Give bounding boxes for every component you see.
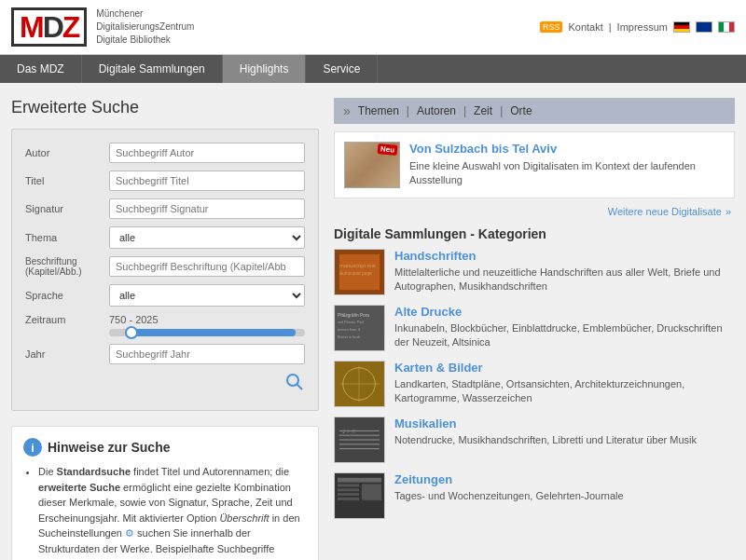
tab-autoren[interactable]: Autoren (417, 104, 456, 117)
zeitungen-title[interactable]: Zeitungen (394, 472, 624, 486)
tab-zeit[interactable]: Zeit (474, 104, 492, 117)
musikalien-desc: Notendrucke, Musikhandschriften, Librett… (394, 433, 697, 447)
svg-text:Bletter in buch: Bletter in buch (338, 335, 360, 339)
category-musikalien: ♩ ♪ ♫ Musikalien Notendrucke, Musikhands… (334, 417, 735, 463)
zeitraum-label: Zeitraum (25, 314, 109, 325)
kontakt-link[interactable]: Kontakt (568, 21, 602, 33)
sprache-row: Sprache alle (25, 284, 305, 307)
karten-bilder-title[interactable]: Karten & Bilder (394, 361, 735, 375)
alte-drucke-thumbnail: Pfälzgräfin Poravnd Fürstin. Parl.annum … (334, 305, 385, 351)
header-right: RSS Kontakt | Impressum (540, 21, 735, 33)
signatur-input[interactable] (109, 198, 305, 219)
right-panel: » Themen | Autoren | Zeit | Orte Neu Von… (334, 98, 735, 560)
rss-icon[interactable]: RSS (540, 21, 563, 33)
titel-input[interactable] (109, 171, 305, 191)
alte-drucke-info: Alte Drucke Inkunabeln, Blockbücher, Ein… (394, 305, 735, 350)
karten-bilder-info: Karten & Bilder Landkarten, Stadtpläne, … (394, 361, 735, 406)
flag-english[interactable] (696, 21, 712, 33)
main-content: Erweiterte Suche Autor Titel Signatur Th… (0, 83, 746, 560)
titel-label: Titel (25, 175, 109, 186)
main-navigation: Das MDZ Digitale Sammlungen Highlights S… (0, 55, 746, 83)
category-handschriften: manuscript textilluminated page Handschr… (334, 249, 735, 295)
svg-text:Pfälzgräfin Pora: Pfälzgräfin Pora (338, 313, 369, 318)
left-panel: Erweiterte Suche Autor Titel Signatur Th… (11, 98, 319, 560)
musikalien-title[interactable]: Musikalien (394, 417, 697, 430)
svg-text:illuminated page: illuminated page (339, 271, 372, 276)
nav-das-mdz[interactable]: Das MDZ (0, 55, 82, 83)
svg-rect-25 (338, 488, 359, 491)
nav-digitale-sammlungen[interactable]: Digitale Sammlungen (82, 55, 223, 83)
svg-text:annum brev. &: annum brev. & (338, 328, 361, 332)
more-arrow-icon: » (725, 206, 731, 217)
tab-themen[interactable]: Themen (358, 104, 399, 117)
zeitraum-row: Zeitraum 750 - 2025 (25, 314, 305, 336)
flag-italian[interactable] (718, 21, 735, 33)
svg-text:♩ ♪ ♫: ♩ ♪ ♫ (342, 428, 356, 434)
svg-rect-27 (338, 498, 359, 500)
musikalien-thumbnail: ♩ ♪ ♫ (334, 417, 385, 463)
logo-text: Münchener DigitalisierungsZentrum Digita… (96, 7, 194, 47)
feature-desc: Eine kleine Auswahl von Digitalisaten im… (409, 159, 725, 188)
category-alte-drucke: Pfälzgräfin Poravnd Fürstin. Parl.annum … (334, 305, 735, 351)
beschriftung-label: Beschriftung (Kapitel/Abb.) (25, 256, 109, 277)
zeitungen-desc: Tages- und Wochenzeitungen, Gelehrten-Jo… (394, 489, 624, 503)
handschriften-title[interactable]: Handschriften (394, 249, 735, 263)
handschriften-info: Handschriften Mittelalterliche und neuze… (394, 249, 735, 294)
thema-label: Thema (25, 232, 109, 243)
new-badge: Neu (377, 143, 397, 156)
svg-rect-28 (362, 485, 381, 500)
info-box: i Hinweise zur Suche Die Standardsuche f… (11, 426, 319, 560)
more-digitalisate-link[interactable]: Weitere neue Digitalisate » (334, 206, 735, 217)
tab-orte[interactable]: Orte (510, 104, 532, 117)
svg-rect-23 (338, 478, 381, 483)
autor-input[interactable] (109, 143, 305, 163)
search-icon (284, 372, 305, 392)
jahr-label: Jahr (25, 348, 109, 360)
zeitraum-slider[interactable] (109, 329, 305, 336)
zeitraum-value: 750 - 2025 (109, 314, 159, 325)
page-header: MDZ Münchener DigitalisierungsZentrum Di… (0, 0, 746, 55)
thema-row: Thema alle (25, 226, 305, 249)
musikalien-info: Musikalien Notendrucke, Musikhandschrift… (394, 417, 697, 447)
alte-drucke-desc: Inkunabeln, Blockbücher, Einblattdrucke,… (394, 321, 735, 350)
logo-mdz: MDZ (11, 7, 87, 47)
feature-thumbnail: Neu (344, 142, 400, 188)
signatur-label: Signatur (25, 203, 109, 214)
zeitungen-thumbnail (334, 472, 385, 519)
search-form: Autor Titel Signatur Thema alle (11, 129, 319, 411)
info-title: Hinweise zur Suche (48, 440, 170, 455)
svg-rect-24 (338, 485, 359, 487)
search-btn-row (25, 372, 305, 397)
feature-title[interactable]: Von Sulzbach bis Tel Aviv (409, 142, 725, 156)
tabs-bar: » Themen | Autoren | Zeit | Orte (334, 98, 735, 124)
autor-label: Autor (25, 147, 109, 158)
alte-drucke-title[interactable]: Alte Drucke (394, 305, 735, 319)
logo-area: MDZ Münchener DigitalisierungsZentrum Di… (11, 7, 194, 47)
category-zeitungen: Zeitungen Tages- und Wochenzeitungen, Ge… (334, 472, 735, 519)
jahr-row: Jahr (25, 344, 305, 364)
karten-bilder-thumbnail (334, 361, 385, 407)
karten-bilder-desc: Landkarten, Stadtpläne, Ortsansichten, A… (394, 377, 735, 406)
category-karten-bilder: Karten & Bilder Landkarten, Stadtpläne, … (334, 361, 735, 407)
feature-content: Von Sulzbach bis Tel Aviv Eine kleine Au… (409, 142, 725, 188)
beschriftung-row: Beschriftung (Kapitel/Abb.) (25, 256, 305, 277)
search-button[interactable] (284, 372, 305, 397)
autor-row: Autor (25, 143, 305, 163)
impressum-link[interactable]: Impressum (617, 21, 668, 33)
thema-select[interactable]: alle (109, 226, 305, 249)
svg-text:manuscript text: manuscript text (339, 263, 376, 268)
nav-service[interactable]: Service (306, 55, 378, 83)
beschriftung-input[interactable] (109, 256, 305, 277)
nav-highlights[interactable]: Highlights (223, 55, 307, 83)
tabs-prev-arrow[interactable]: » (343, 103, 351, 118)
svg-rect-26 (338, 493, 359, 496)
jahr-input[interactable] (109, 344, 305, 364)
titel-row: Titel (25, 171, 305, 191)
info-content: Die Standardsuche findet Titel und Autor… (23, 464, 307, 560)
sprache-select[interactable]: alle (109, 284, 305, 307)
svg-text:vnd Fürstin. Parl.: vnd Fürstin. Parl. (338, 321, 365, 324)
sprache-label: Sprache (25, 290, 109, 301)
handschriften-desc: Mittelalterliche und neuzeitliche Handsc… (394, 266, 735, 294)
flag-german[interactable] (673, 21, 690, 33)
signatur-row: Signatur (25, 198, 305, 219)
